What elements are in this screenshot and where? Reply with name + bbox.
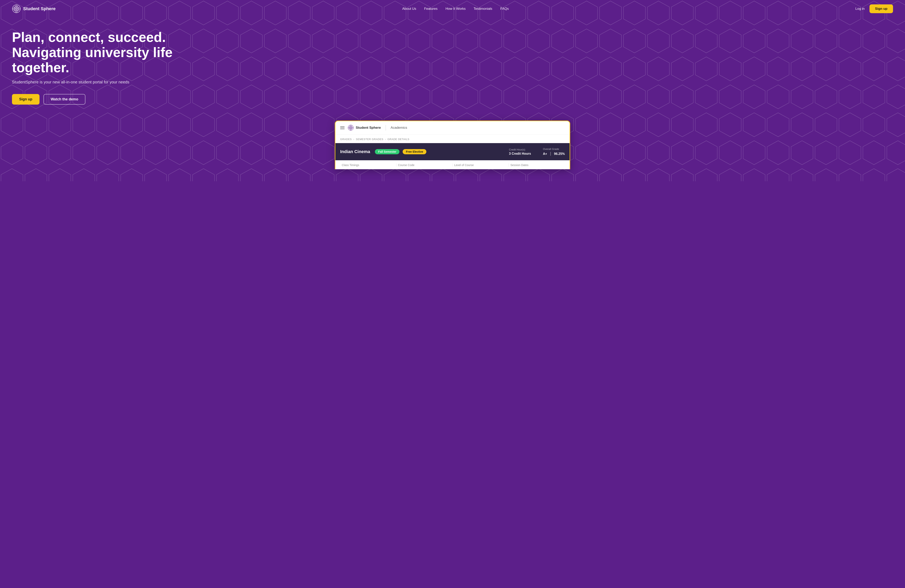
credit-hours-label: Credit Hour(s) bbox=[509, 148, 531, 151]
breadcrumb-item-1[interactable]: GRADES bbox=[340, 138, 352, 141]
hero-heading-line1: Plan, connect, succeed. bbox=[12, 30, 166, 45]
breadcrumb-sep-1: › bbox=[353, 138, 354, 141]
breadcrumb-item-3[interactable]: GRADE DETAILS bbox=[387, 138, 410, 141]
nav-faqs[interactable]: FAQs bbox=[500, 7, 509, 11]
app-preview-section: Student Sphere Academics GRADES › SEMEST… bbox=[0, 121, 905, 181]
badge-semester: Fall Semester bbox=[375, 149, 399, 154]
app-preview-card: Student Sphere Academics GRADES › SEMEST… bbox=[335, 121, 570, 169]
hero-cta-buttons: Sign up Watch the demo bbox=[12, 94, 893, 105]
login-button[interactable]: Log in bbox=[855, 7, 864, 11]
brand-name: Student Sphere bbox=[23, 6, 56, 11]
hero-heading: Plan, connect, succeed. Navigating unive… bbox=[12, 30, 192, 75]
signup-hero-button[interactable]: Sign up bbox=[12, 94, 40, 105]
hero-section: Plan, connect, succeed. Navigating unive… bbox=[0, 17, 905, 121]
breadcrumb-item-2[interactable]: SEMESTER GRADES bbox=[356, 138, 383, 141]
app-section-label: Academics bbox=[391, 126, 407, 130]
credit-hours-value: 3 Credit Hours bbox=[509, 152, 531, 156]
course-meta: Credit Hour(s) 3 Credit Hours Overall Gr… bbox=[509, 148, 565, 156]
signup-nav-button[interactable]: Sign up bbox=[870, 5, 893, 13]
table-headers: Class Timings Course Code Level of Cours… bbox=[335, 160, 570, 169]
nav-testimonials[interactable]: Testimonials bbox=[474, 7, 492, 11]
navbar: Student Sphere About Us Features How It … bbox=[0, 0, 905, 17]
nav-how-it-works[interactable]: How It Works bbox=[446, 7, 466, 11]
th-class-timings: Class Timings bbox=[340, 164, 397, 167]
th-level-of-course: Level of Course bbox=[453, 164, 509, 167]
hero-subtext: StudentSphere is your new all-in-one stu… bbox=[12, 80, 132, 84]
nav-actions: Log in Sign up bbox=[855, 5, 893, 13]
brand-logo[interactable]: Student Sphere bbox=[12, 5, 56, 13]
th-session-dates: Session Dates bbox=[509, 164, 565, 167]
breadcrumb-sep-2: › bbox=[385, 138, 386, 141]
breadcrumb: GRADES › SEMESTER GRADES › GRADE DETAILS bbox=[335, 135, 570, 143]
credit-hours-meta: Credit Hour(s) 3 Credit Hours bbox=[509, 148, 531, 156]
th-course-code: Course Code bbox=[397, 164, 453, 167]
app-inner-logo: Student Sphere bbox=[348, 125, 381, 131]
grade-percent: 96.25% bbox=[554, 152, 565, 156]
app-topbar: Student Sphere Academics bbox=[335, 121, 570, 135]
grade-letter: A+ bbox=[543, 152, 547, 156]
overall-grade-meta: Overall Grade A+ | 96.25% bbox=[543, 148, 565, 156]
badge-elective: Free Elective bbox=[403, 149, 426, 154]
grade-divider: | bbox=[550, 151, 551, 156]
watch-demo-button[interactable]: Watch the demo bbox=[43, 94, 86, 105]
topbar-divider bbox=[386, 125, 386, 130]
hamburger-icon[interactable] bbox=[340, 126, 345, 129]
hero-heading-line2: Navigating university life together. bbox=[12, 45, 173, 75]
overall-grade-label: Overall Grade bbox=[543, 148, 565, 151]
course-header: Indian Cinema Fall Semester Free Electiv… bbox=[335, 143, 570, 160]
nav-features[interactable]: Features bbox=[424, 7, 438, 11]
nav-links: About Us Features How It Works Testimoni… bbox=[402, 7, 509, 11]
nav-about[interactable]: About Us bbox=[402, 7, 416, 11]
overall-grade-value: A+ | 96.25% bbox=[543, 151, 565, 156]
course-title: Indian Cinema bbox=[340, 149, 370, 154]
app-inner-brand-name: Student Sphere bbox=[356, 126, 381, 130]
